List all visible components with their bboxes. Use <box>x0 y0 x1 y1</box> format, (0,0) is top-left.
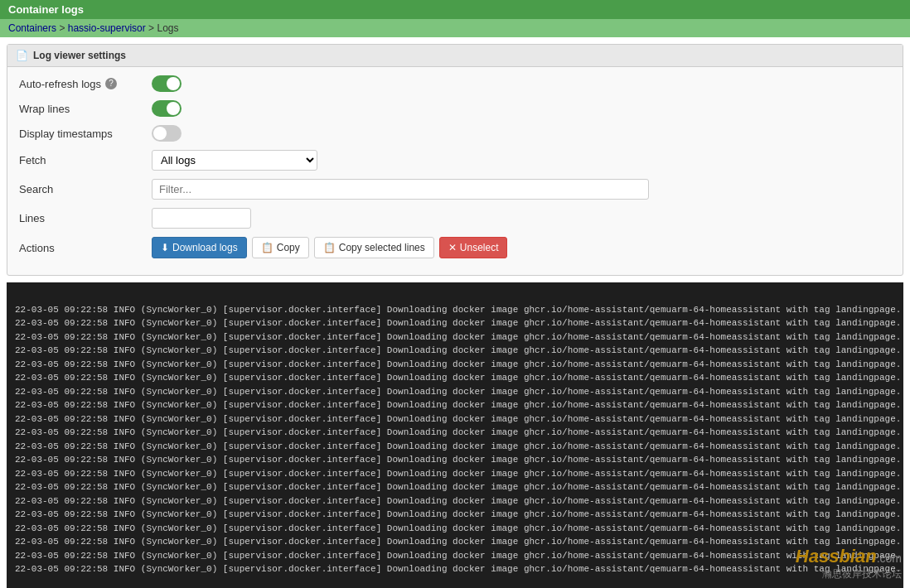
log-line: 22-03-05 09:22:58 INFO (SyncWorker_0) [s… <box>15 480 895 494</box>
lines-label: Lines <box>19 212 152 224</box>
display-timestamps-toggle[interactable] <box>152 125 182 142</box>
log-line: 22-03-05 09:22:58 INFO (SyncWorker_0) [s… <box>15 494 895 508</box>
log-line: 22-03-05 09:22:58 INFO (SyncWorker_0) [s… <box>15 562 895 576</box>
search-row: Search <box>19 179 891 200</box>
breadcrumb-supervisor[interactable]: hassio-supervisor <box>68 22 146 34</box>
actions-row-container: Actions ⬇ Download logs 📋 Copy 📋 Copy se… <box>19 237 891 258</box>
document-icon: 📄 <box>16 50 28 61</box>
display-timestamps-label: Display timestamps <box>19 128 152 140</box>
settings-body: Auto-refresh logs ? Wrap lines Display t… <box>7 67 903 275</box>
log-line: 22-03-05 09:22:58 INFO (SyncWorker_0) [s… <box>15 467 895 481</box>
log-line: 22-03-05 09:22:58 INFO (SyncWorker_0) [s… <box>15 453 895 467</box>
wrap-lines-toggle[interactable] <box>152 100 182 117</box>
download-icon: ⬇ <box>161 242 169 253</box>
download-logs-button[interactable]: ⬇ Download logs <box>152 237 247 258</box>
log-line: 22-03-05 09:22:58 INFO (SyncWorker_0) [s… <box>15 398 895 412</box>
settings-panel: 📄 Log viewer settings Auto-refresh logs … <box>7 44 903 276</box>
log-line: 22-03-05 09:22:58 INFO (SyncWorker_0) [s… <box>15 385 895 399</box>
log-line: 22-03-05 09:22:58 INFO (SyncWorker_0) [s… <box>15 440 895 454</box>
log-area[interactable]: 22-03-05 09:22:58 INFO (SyncWorker_0) [s… <box>7 282 903 588</box>
log-line: 22-03-05 09:22:58 INFO (SyncWorker_0) [s… <box>15 303 895 317</box>
breadcrumb: Containers > hassio-supervisor > Logs <box>0 19 910 37</box>
log-line: 22-03-05 09:22:58 INFO (SyncWorker_0) [s… <box>15 330 895 345</box>
copy-selected-icon: 📋 <box>323 242 336 253</box>
search-label: Search <box>19 183 152 195</box>
copy-button[interactable]: 📋 Copy <box>252 237 309 258</box>
fetch-label: Fetch <box>19 154 152 166</box>
actions-buttons: ⬇ Download logs 📋 Copy 📋 Copy selected l… <box>152 237 507 258</box>
log-line: 22-03-05 09:22:58 INFO (SyncWorker_0) [s… <box>15 508 895 522</box>
wrap-lines-row: Wrap lines <box>19 100 891 117</box>
auto-refresh-toggle[interactable] <box>152 75 182 92</box>
display-timestamps-row: Display timestamps <box>19 125 891 142</box>
settings-header: 📄 Log viewer settings <box>7 45 903 67</box>
auto-refresh-row: Auto-refresh logs ? <box>19 75 891 92</box>
log-line: 22-03-05 09:22:58 INFO (SyncWorker_0) [s… <box>15 522 895 536</box>
auto-refresh-help-icon[interactable]: ? <box>105 78 117 89</box>
log-line: 22-03-05 09:22:58 INFO (SyncWorker_0) [s… <box>15 535 895 549</box>
log-line: 22-03-05 09:22:58 INFO (SyncWorker_0) [s… <box>15 412 895 427</box>
wrap-lines-label: Wrap lines <box>19 103 152 115</box>
copy-icon: 📋 <box>261 242 273 253</box>
log-line: 22-03-05 09:22:58 INFO (SyncWorker_0) [s… <box>15 344 895 358</box>
actions-label: Actions <box>19 242 152 254</box>
breadcrumb-containers[interactable]: Containers <box>8 22 56 34</box>
lines-input[interactable]: 100 <box>152 208 251 229</box>
log-line: 22-03-05 09:22:58 INFO (SyncWorker_0) [s… <box>15 371 895 385</box>
top-bar: Container logs <box>0 0 910 19</box>
breadcrumb-current: Logs <box>157 22 178 34</box>
log-line: 22-03-05 09:22:58 INFO (SyncWorker_0) [s… <box>15 426 895 440</box>
fetch-select[interactable]: All logs Last 100 lines Last 500 lines L… <box>152 150 317 171</box>
lines-row: Lines 100 <box>19 208 891 229</box>
unselect-icon: ✕ <box>448 242 457 253</box>
log-line: 22-03-05 09:22:58 INFO (SyncWorker_0) [s… <box>15 549 895 563</box>
log-line: 22-03-05 09:22:58 INFO (SyncWorker_0) [s… <box>15 316 895 330</box>
fetch-row: Fetch All logs Last 100 lines Last 500 l… <box>19 150 891 171</box>
search-input[interactable] <box>152 179 649 200</box>
settings-title: Log viewer settings <box>33 50 126 61</box>
log-line: 22-03-05 09:22:58 INFO (SyncWorker_0) [s… <box>15 358 895 372</box>
copy-selected-button[interactable]: 📋 Copy selected lines <box>314 237 434 258</box>
auto-refresh-label: Auto-refresh logs ? <box>19 78 152 90</box>
unselect-button[interactable]: ✕ Unselect <box>439 237 508 258</box>
page-title: Container logs <box>8 3 84 16</box>
